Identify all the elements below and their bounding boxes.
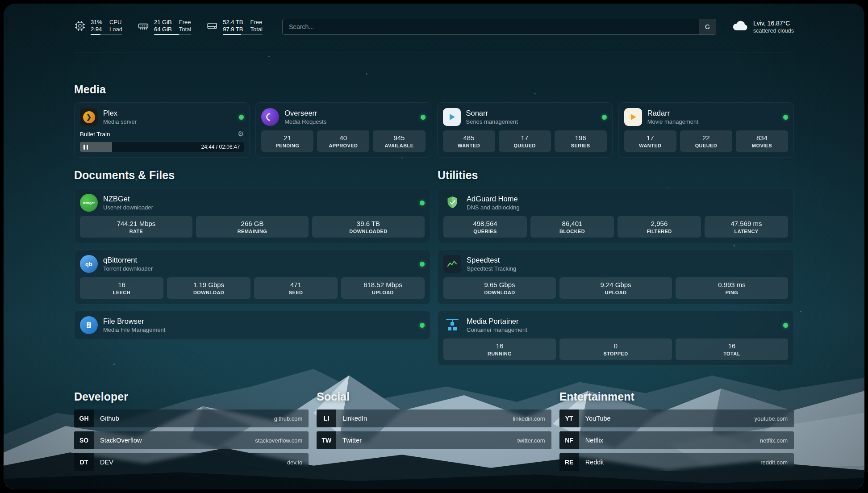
radarr-stat-wanted: 17 WANTED [624, 130, 676, 152]
search-engine-button[interactable]: G [699, 19, 716, 34]
memory-free: 21 GiB [154, 19, 172, 25]
weather-location-temp: Lviv, 16.87°C [753, 20, 794, 27]
speedtest-stat-ping: 0.993 ms PING [676, 277, 788, 299]
dev-abbr-badge: DT [74, 453, 94, 471]
cpu-label-bottom: Load [109, 26, 122, 33]
portainer-status-dot [783, 323, 788, 328]
storage-usage-bar [223, 34, 263, 35]
nzbget-name: NZBGet [103, 195, 153, 203]
ram-icon [138, 20, 149, 33]
overseerr-stat-approved: 40 APPROVED [317, 130, 369, 152]
pause-icon[interactable] [83, 145, 88, 150]
portainer-card[interactable]: Media Portainer Container management 16 … [438, 310, 794, 366]
bookmark-github[interactable]: GH Github github.com [74, 409, 309, 427]
bookmark-stackoverflow[interactable]: SO StackOverflow stackoverflow.com [74, 431, 309, 449]
filebrowser-icon [80, 316, 98, 334]
storage-free: 52.4 TB [223, 19, 243, 25]
dashboard-screen: 31% 2.94 CPU Load [4, 4, 864, 489]
cpu-label-top: CPU [109, 19, 122, 25]
storage-label-bottom: Total [250, 26, 262, 33]
nzbget-status-dot [420, 201, 425, 205]
weather-widget: Lviv, 16.87°C scattered clouds [732, 20, 794, 34]
radarr-stat-queued: 22 QUEUED [680, 130, 732, 152]
qbittorrent-subtitle: Torrent downloader [103, 265, 153, 272]
sonarr-status-dot [602, 115, 607, 120]
bookmark-dev[interactable]: DT DEV dev.to [74, 453, 309, 471]
qbittorrent-icon: qb [80, 255, 98, 273]
portainer-stat-stopped: 0 STOPPED [559, 338, 672, 360]
bookmark-reddit[interactable]: RE Reddit reddit.com [559, 453, 794, 471]
qbittorrent-stat-download: 1.19 Gbps DOWNLOAD [167, 277, 250, 299]
twitter-abbr-badge: TW [317, 431, 336, 449]
portainer-stat-total: 16 TOTAL [676, 338, 788, 360]
utilities-section-title: Utilities [438, 168, 794, 182]
sonarr-name: Sonarr [466, 109, 518, 117]
storage-widget: 52.4 TB 97.9 TB Free Total [206, 19, 263, 35]
bookmark-linkedin[interactable]: LI LinkedIn linkedin.com [317, 409, 551, 427]
sonarr-stat-queued: 17 QUEUED [499, 130, 551, 152]
adguard-card[interactable]: AdGuard Home DNS and adblocking 498,564 … [438, 188, 794, 243]
sonarr-stat-wanted: 485 WANTED [443, 130, 495, 152]
plex-card[interactable]: ❯ Plex Media server Bullet Train ⚙ [74, 102, 250, 158]
qbittorrent-card[interactable]: qb qBittorrent Torrent downloader 16 LEE… [74, 249, 430, 305]
topbar-divider [74, 53, 794, 53]
cpu-load: 2.94 [91, 26, 102, 33]
qbittorrent-name: qBittorrent [103, 256, 153, 264]
portainer-subtitle: Container management [467, 326, 527, 333]
section-documents: Documents & Files nzbget NZBGet Usenet d… [74, 168, 430, 340]
section-developer: Developer GH Github github.com SO StackO… [74, 390, 309, 471]
developer-section-title: Developer [74, 390, 309, 403]
bookmark-twitter[interactable]: TW Twitter twitter.com [317, 431, 551, 449]
netflix-abbr-badge: NF [559, 431, 579, 449]
media-section-title: Media [74, 83, 794, 96]
plex-icon: ❯ [80, 108, 98, 126]
adguard-subtitle: DNS and adblocking [467, 204, 520, 211]
storage-label-top: Free [250, 19, 262, 25]
memory-label-bottom: Total [179, 26, 191, 33]
portainer-stat-running: 16 RUNNING [443, 338, 556, 360]
overseerr-status-dot [421, 115, 426, 120]
radarr-subtitle: Movie management [647, 118, 698, 125]
bookmark-youtube[interactable]: YT YouTube youtube.com [559, 409, 794, 427]
nzbget-card[interactable]: nzbget NZBGet Usenet downloader 744.21 M… [74, 188, 430, 243]
cpu-chip-icon [74, 20, 86, 33]
drive-icon [206, 20, 218, 33]
storage-total: 97.9 TB [223, 26, 243, 33]
plex-settings-gear-icon[interactable]: ⚙ [238, 130, 244, 138]
reddit-abbr-badge: RE [559, 453, 579, 471]
search-input[interactable] [283, 19, 699, 34]
radarr-card[interactable]: Radarr Movie management 17 WANTED 22 QUE… [618, 102, 794, 158]
system-stats-group: 31% 2.94 CPU Load [74, 19, 263, 35]
memory-usage-bar [154, 34, 191, 35]
adguard-stat-filtered: 2,956 FILTERED [618, 216, 701, 238]
filebrowser-name: File Browser [103, 317, 165, 326]
adguard-stat-queries: 498,564 QUERIES [443, 216, 527, 238]
radarr-icon [624, 108, 642, 126]
radarr-stat-movies: 834 MOVIES [736, 130, 788, 152]
memory-label-top: Free [179, 19, 191, 25]
qbittorrent-stat-seed: 471 SEED [254, 277, 338, 299]
plex-progress-time: 24:44 / 02:06:47 [201, 142, 240, 152]
bookmark-netflix[interactable]: NF Netflix netflix.com [559, 431, 794, 449]
filebrowser-subtitle: Media File Management [103, 326, 165, 333]
social-section-title: Social [317, 390, 551, 403]
speedtest-waveform-icon [443, 255, 461, 273]
cloud-icon [732, 20, 748, 34]
overseerr-subtitle: Media Requests [284, 118, 326, 125]
plex-subtitle: Media server [103, 118, 137, 125]
plex-progress-bar[interactable]: 24:44 / 02:06:47 [80, 142, 244, 152]
adguard-name: AdGuard Home [467, 195, 520, 203]
weather-condition: scattered clouds [753, 28, 794, 34]
entertainment-section-title: Entertainment [559, 390, 794, 403]
speedtest-stat-download: 9.65 Gbps DOWNLOAD [443, 277, 556, 299]
overseerr-card[interactable]: Overseerr Media Requests 21 PENDING 40 A… [255, 102, 431, 158]
sonarr-card[interactable]: Sonarr Series management 485 WANTED 17 Q… [437, 102, 613, 158]
section-entertainment: Entertainment YT YouTube youtube.com NF … [559, 390, 794, 471]
section-utilities: Utilities AdGuard Home DNS and adblockin… [438, 168, 794, 366]
speedtest-card[interactable]: Speedtest Speedtest Tracking 9.65 Gbps D… [438, 249, 794, 305]
qbittorrent-stat-leech: 16 LEECH [80, 277, 163, 299]
section-social: Social LI LinkedIn linkedin.com TW Twitt… [317, 390, 551, 471]
sonarr-stat-series: 196 SERIES [555, 130, 607, 152]
overseerr-icon [261, 108, 279, 126]
filebrowser-card[interactable]: File Browser Media File Management [74, 310, 430, 340]
